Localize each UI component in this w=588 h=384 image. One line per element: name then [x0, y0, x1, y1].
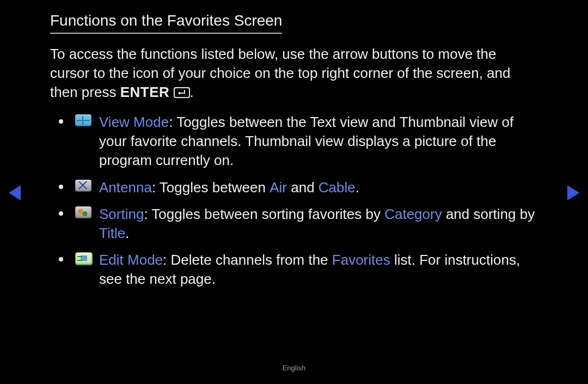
- view-mode-icon: [75, 114, 91, 126]
- page-title: Functions on the Favorites Screen: [50, 12, 282, 34]
- enter-keyword: ENTER: [120, 84, 170, 100]
- sorting-desc: : Toggles between sorting favorites by C…: [99, 206, 535, 241]
- intro-period: .: [190, 84, 194, 100]
- list-item-view-mode: View Mode: Toggles between the Text view…: [72, 113, 538, 170]
- page-content: Functions on the Favorites Screen To acc…: [50, 12, 538, 296]
- list-item-antenna: Antenna: Toggles between Air and Cable.: [72, 178, 538, 197]
- sorting-label: Sorting: [99, 206, 144, 222]
- list-item-edit-mode: Edit Mode: Delete channels from the Favo…: [72, 251, 538, 289]
- list-item-sorting: Sorting: Toggles between sorting favorit…: [72, 205, 538, 243]
- intro-paragraph: To access the functions listed below, us…: [50, 45, 538, 103]
- edit-mode-icon: [75, 252, 93, 265]
- sorting-icon: [75, 206, 91, 218]
- footer-language: English: [0, 364, 588, 372]
- nav-prev-arrow[interactable]: [9, 185, 21, 200]
- enter-icon: [174, 84, 190, 103]
- edit-mode-label: Edit Mode: [99, 252, 163, 268]
- nav-next-arrow[interactable]: [567, 185, 579, 200]
- functions-list: View Mode: Toggles between the Text view…: [50, 113, 538, 289]
- antenna-desc: : Toggles between Air and Cable.: [152, 179, 359, 196]
- antenna-icon: [75, 180, 91, 192]
- antenna-label: Antenna: [99, 179, 152, 196]
- view-mode-label: View Mode: [99, 114, 169, 130]
- intro-text: To access the functions listed below, us…: [50, 46, 510, 100]
